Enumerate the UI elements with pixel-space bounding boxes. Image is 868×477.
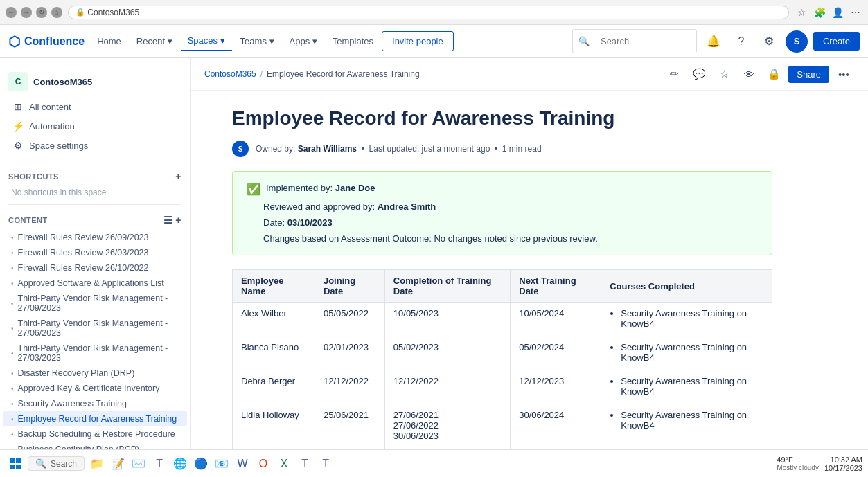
address-bar[interactable]: 🔒 ContosoM365 [68,6,789,19]
breadcrumb-workspace[interactable]: ContosoM365 [204,69,256,79]
nav-firewall-rules-3[interactable]: Firewall Rules Review 26/10/2022 [0,260,190,276]
taskbar-chrome-icon[interactable]: 🔵 [191,454,211,474]
forward-button[interactable]: → [21,7,32,18]
extensions-icon[interactable]: 🧩 [813,6,826,19]
create-button[interactable]: Create [813,32,860,51]
more-page-actions-icon[interactable]: ••• [833,64,854,84]
cell-courses: Security Awareness Training on KnowB4 [601,370,772,404]
confluence-logo[interactable]: ⬡ Confluence [8,33,85,50]
nav-spaces[interactable]: Spaces ▾ [181,31,232,51]
cell-next-training-date: 10/05/2024 [511,303,601,336]
taskbar-excel-icon[interactable]: X [274,454,294,474]
nav-third-party-2[interactable]: Third-Party Vendor Risk Management - 27/… [0,316,190,341]
cell-completion-dates: 27/06/202127/06/202230/06/2023 [384,404,510,447]
course-item: Security Awareness Training on KnowB4 [621,410,763,431]
taskbar-search-text: Search [51,459,77,469]
nav-home[interactable]: Home [90,32,128,51]
table-row: Debra Berger12/12/202212/12/202212/12/20… [233,370,772,404]
taskbar-outlook-icon[interactable]: 📧 [212,454,231,474]
info-implemented-row: ✅ Implemented by: Jane Doe [247,183,758,196]
page-body: Employee Record for Awareness Training S… [191,91,814,477]
notifications-icon[interactable]: 🔔 [702,30,725,53]
space-settings-icon: ⚙ [11,140,25,151]
taskbar-notes-icon[interactable]: 📝 [108,454,127,474]
search-input[interactable] [594,33,691,50]
reviewed-text: Reviewed and approved by: Andrea Smith [263,201,436,212]
watch-icon[interactable]: 👁 [738,64,759,84]
implemented-text: Implemented by: Jane Doe [266,183,375,193]
refresh-button[interactable]: ↻ [36,7,47,18]
sidebar-divider-2 [8,204,181,205]
cell-completion-dates: 10/05/2023 [384,303,510,336]
comment-icon[interactable]: 💬 [689,64,709,84]
nav-employee-record[interactable]: Employee Record for Awareness Training [3,411,187,426]
taskbar-files-icon[interactable]: 📁 [87,454,107,474]
filter-content-icon[interactable]: ☰ [163,215,173,226]
nav-third-party-3[interactable]: Third-Party Vendor Risk Management - 27/… [0,341,190,366]
nav-security-awareness[interactable]: Security Awareness Training [0,396,190,411]
settings-icon[interactable]: ⚙ [758,30,780,53]
edit-page-icon[interactable]: ✏ [664,64,684,84]
share-button[interactable]: Share [788,66,829,83]
nav-approved-software[interactable]: Approved Software & Applications List [0,276,190,291]
cell-name: Lidia Holloway [233,404,315,447]
sidebar: C ContosoM365 ⊞ All content ⚡ Automation… [0,58,191,477]
table-row: Alex Wilber05/05/202210/05/202310/05/202… [233,303,772,336]
help-icon[interactable]: ? [730,30,752,53]
nav-backup[interactable]: Backup Scheduling & Restore Procedure [0,426,190,442]
cell-next-training-date: 12/12/2023 [511,370,601,404]
nav-apps[interactable]: Apps ▾ [283,32,324,51]
course-item: Security Awareness Training on KnowB4 [621,308,763,329]
taskbar-word-icon[interactable]: W [233,454,252,474]
profile-icon[interactable]: 👤 [831,6,844,19]
cell-name: Debra Berger [233,370,315,404]
workspace-item[interactable]: C ContosoM365 [0,66,190,97]
nav-templates[interactable]: Templates [326,32,380,51]
shortcuts-empty: No shortcuts in this space [0,186,190,199]
taskbar-search-bar[interactable]: 🔍 Search [28,456,85,471]
taskbar-teams-icon[interactable]: T [150,454,169,474]
taskbar-teams2-icon[interactable]: T [295,454,315,474]
taskbar-mail-icon[interactable]: ✉️ [129,454,148,474]
workspace-name: ContosoM365 [33,77,92,87]
updated-text: Last updated: just a moment ago [369,144,490,154]
taskbar: 🔍 Search 📁 📝 ✉️ T 🌐 🔵 📧 W O X T T 49°F M… [0,449,868,477]
nav-firewall-rules-1[interactable]: Firewall Rules Review 26/09/2023 [0,230,190,245]
taskbar-clock: 10:32 AM 10/17/2023 [824,456,862,472]
taskbar-teams3-icon[interactable]: T [316,454,335,474]
windows-start-icon[interactable] [6,454,25,474]
nav-key-cert[interactable]: Approved Key & Certificate Inventory [0,381,190,396]
taskbar-edge-icon[interactable]: 🌐 [170,454,190,474]
sidebar-item-all-content[interactable]: ⊞ All content [3,98,187,116]
nav-teams[interactable]: Teams ▾ [233,32,281,51]
sidebar-item-space-settings[interactable]: ⚙ Space settings [3,136,187,154]
page-header-bar: ContosoM365 / Employee Record for Awaren… [191,58,868,91]
invite-people-button[interactable]: Invite people [382,31,454,51]
taskbar-temp: 49°F [777,456,819,464]
taskbar-app-icons: 📁 📝 ✉️ T 🌐 🔵 📧 W O X T T [87,454,774,474]
breadcrumb-separator: / [260,69,263,79]
confluence-logo-text: Confluence [24,35,85,48]
all-content-icon: ⊞ [11,101,25,112]
sidebar-item-automation[interactable]: ⚡ Automation [3,117,187,135]
back-button[interactable]: ← [6,7,17,18]
info-changes-row: Changes based on Assessment Outcome: No … [247,233,758,244]
add-content-icon[interactable]: + [175,215,181,226]
cell-joining-date: 12/12/2022 [315,370,384,404]
cell-joining-date: 05/05/2022 [315,303,384,336]
nav-third-party-1[interactable]: Third-Party Vendor Risk Management - 27/… [0,291,190,316]
home-button[interactable]: ⌂ [51,7,62,18]
nav-recent[interactable]: Recent ▾ [130,32,179,51]
user-avatar[interactable]: S [786,30,808,53]
all-content-label: All content [29,102,71,112]
search-bar[interactable]: 🔍 [572,29,697,53]
restrict-icon[interactable]: 🔒 [763,64,784,84]
nav-firewall-rules-2[interactable]: Firewall Rules Review 26/03/2023 [0,245,190,260]
owned-by-label: Owned by: [256,144,295,154]
taskbar-office-icon[interactable]: O [254,454,273,474]
add-shortcut-icon[interactable]: + [175,171,181,182]
nav-drp[interactable]: Disaster Recovery Plan (DRP) [0,366,190,381]
star-page-icon[interactable]: ☆ [714,64,734,84]
more-browser-icon[interactable]: ⋯ [849,6,862,19]
bookmark-icon[interactable]: ☆ [795,6,808,19]
